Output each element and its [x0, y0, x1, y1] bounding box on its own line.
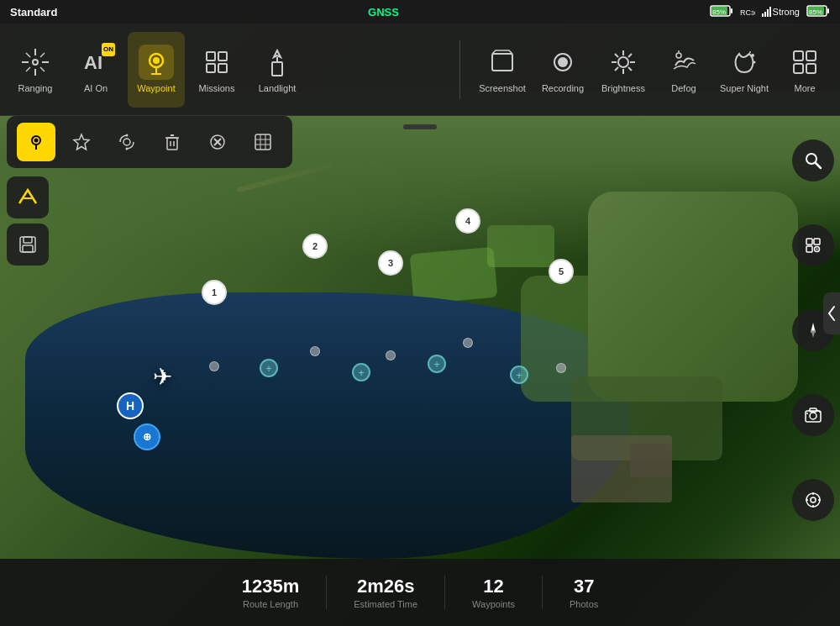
terrain-hill-2	[588, 192, 798, 402]
svg-point-38	[558, 57, 568, 67]
battery-controller: 85%	[806, 5, 830, 19]
svg-rect-7	[827, 8, 829, 13]
add-waypoint-3[interactable]: +	[428, 355, 446, 373]
svg-rect-91	[810, 408, 816, 412]
brightness-button[interactable]: Brightness	[595, 32, 652, 108]
wp-star-button[interactable]	[62, 123, 101, 161]
defog-icon	[666, 45, 701, 80]
location-marker[interactable]: ⊕	[134, 423, 160, 450]
svg-rect-34	[272, 62, 282, 76]
home-marker[interactable]: H	[117, 392, 144, 419]
wp-orbit-button[interactable]	[108, 123, 146, 161]
svg-line-44	[615, 54, 618, 57]
map-config-button[interactable]	[792, 224, 834, 266]
svg-line-21	[40, 67, 45, 71]
ground-dot-2	[310, 346, 320, 356]
toolbar-divider	[459, 40, 460, 99]
svg-point-52	[749, 51, 751, 53]
right-collapse-button[interactable]	[823, 292, 840, 334]
location-button[interactable]	[792, 479, 834, 521]
svg-rect-29	[207, 52, 215, 60]
waypoint-2[interactable]: 2	[302, 234, 328, 259]
camera-mode-button[interactable]	[792, 394, 834, 436]
svg-rect-84	[806, 246, 812, 252]
landlight-button[interactable]: Landlight	[249, 32, 306, 108]
waypoint-button[interactable]: Waypoint	[128, 32, 185, 108]
add-waypoint-1[interactable]: +	[260, 359, 278, 377]
recording-icon	[545, 45, 580, 80]
svg-line-23	[26, 67, 30, 71]
more-button[interactable]: More	[776, 32, 833, 108]
search-map-button[interactable]	[792, 139, 834, 181]
svg-point-58	[34, 139, 39, 143]
svg-rect-1	[731, 8, 732, 13]
svg-point-48	[676, 53, 681, 58]
screenshot-button[interactable]: Screenshot	[474, 32, 531, 108]
svg-text:85%: 85%	[809, 8, 822, 16]
photos-count-value: 37	[574, 576, 594, 597]
ground-dot-5	[556, 363, 566, 373]
svg-text:85%: 85%	[712, 8, 726, 16]
add-waypoint-4[interactable]: +	[510, 366, 528, 384]
route-length-value: 1235m	[242, 576, 300, 597]
ground-dot-1	[209, 361, 219, 371]
screenshot-icon	[485, 45, 520, 80]
svg-point-94	[806, 493, 820, 507]
ai-button[interactable]: AI ON AI On	[67, 32, 124, 108]
ai-icon: AI ON	[78, 45, 113, 80]
stats-bar: 1235m Route Length 2m26s Estimated Time …	[0, 559, 840, 626]
add-waypoint-2[interactable]: +	[352, 363, 370, 381]
building	[630, 444, 672, 477]
waypoint-3[interactable]: 3	[378, 250, 403, 276]
waypoint-1[interactable]: 1	[202, 280, 227, 305]
svg-line-20	[26, 53, 30, 57]
svg-rect-56	[806, 64, 816, 73]
svg-text:RC: RC	[740, 8, 751, 17]
svg-line-46	[628, 54, 632, 57]
svg-point-95	[811, 497, 816, 502]
toolbar-left: Ranging AI ON AI On	[0, 32, 453, 108]
save-button[interactable]	[7, 224, 49, 266]
waypoint-toolbar	[7, 116, 292, 168]
svg-rect-83	[814, 239, 820, 245]
estimated-time-label: Estimated Time	[354, 599, 417, 609]
svg-point-60	[123, 139, 130, 145]
takeoff-button[interactable]	[7, 176, 49, 218]
estimated-time-stat: 2m26s Estimated Time	[327, 576, 445, 609]
wp-trash-button[interactable]	[153, 123, 192, 161]
super-night-icon	[727, 45, 762, 80]
svg-point-86	[816, 248, 817, 250]
waypoints-stat: 12 Waypoints	[445, 576, 543, 609]
svg-point-90	[810, 413, 816, 419]
svg-point-62	[126, 148, 129, 150]
svg-rect-71	[255, 134, 270, 150]
recording-button[interactable]: Recording	[534, 32, 591, 108]
svg-line-81	[816, 163, 821, 168]
missions-button[interactable]: Missions	[188, 32, 245, 108]
waypoint-4[interactable]: 4	[455, 208, 480, 234]
gnss-status: GNSS	[368, 6, 399, 18]
svg-rect-82	[806, 239, 812, 245]
svg-line-22	[40, 53, 45, 57]
waypoints-count-value: 12	[483, 576, 503, 597]
svg-line-45	[628, 67, 632, 71]
ranging-button[interactable]: Ranging	[7, 32, 64, 108]
svg-rect-63	[167, 138, 177, 150]
toolbar-right: Screenshot Recording	[467, 32, 840, 108]
svg-rect-79	[23, 245, 33, 252]
wp-expand-button[interactable]	[244, 123, 282, 161]
status-bar: Standard GNSS 85% RC30 Strong 85%	[0, 0, 840, 24]
missions-icon	[199, 45, 234, 80]
waypoints-count-label: Waypoints	[472, 599, 515, 609]
wp-pin-button[interactable]	[17, 123, 55, 161]
super-night-button[interactable]: Super Night	[716, 32, 773, 108]
collapse-handle[interactable]	[403, 124, 437, 129]
ground-dot-4	[463, 338, 473, 348]
defog-button[interactable]: Defog	[655, 32, 712, 108]
waypoint-5[interactable]: 5	[549, 259, 574, 284]
left-sidebar	[7, 176, 49, 266]
landlight-icon	[260, 45, 295, 80]
svg-point-61	[126, 134, 129, 137]
svg-rect-30	[218, 52, 227, 60]
wp-cancel-button[interactable]	[198, 123, 237, 161]
